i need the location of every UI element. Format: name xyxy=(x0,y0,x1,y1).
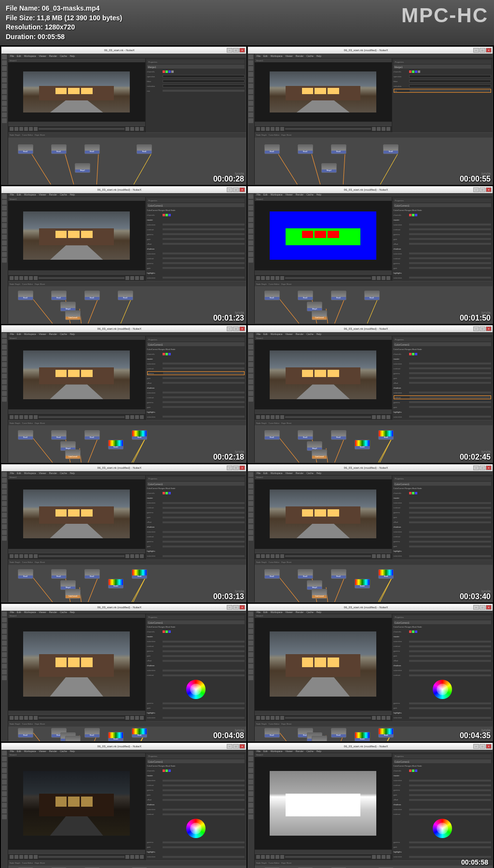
node[interactable]: Read1 xyxy=(298,144,313,154)
tool-icon[interactable] xyxy=(248,501,253,506)
property-row[interactable]: gamma xyxy=(394,511,492,515)
tool-icon[interactable] xyxy=(248,240,253,245)
property-slider[interactable] xyxy=(163,396,245,398)
timeline[interactable] xyxy=(8,714,145,721)
property-field[interactable] xyxy=(163,75,245,78)
panel-tab[interactable]: Dope Sheet xyxy=(35,422,45,424)
menu-item[interactable]: Viewer xyxy=(286,55,293,57)
tool-icon[interactable] xyxy=(248,495,253,500)
node[interactable]: Read1 xyxy=(383,144,398,154)
panel-tab[interactable]: Dope Sheet xyxy=(35,283,45,285)
playback-button[interactable] xyxy=(140,276,144,280)
tool-icon[interactable] xyxy=(248,374,253,378)
property-row[interactable]: contrast xyxy=(147,784,245,787)
property-slider[interactable] xyxy=(163,780,245,782)
property-slider[interactable] xyxy=(163,257,245,259)
panel-tabs[interactable]: Node GraphCurve EditorDope Sheet xyxy=(8,133,246,138)
property-row[interactable]: saturation xyxy=(394,554,492,558)
menubar[interactable]: FileEditWorkspaceViewerRenderCacheHelp xyxy=(8,193,246,197)
minimize-button[interactable]: – xyxy=(473,744,479,749)
node[interactable]: ColorCorrect1 xyxy=(65,449,81,459)
menu-item[interactable]: Viewer xyxy=(286,750,293,753)
tool-icon[interactable] xyxy=(2,791,7,796)
color-wheel[interactable] xyxy=(186,680,206,699)
tool-icon[interactable] xyxy=(2,635,7,640)
property-slider[interactable] xyxy=(409,377,492,379)
node-graph[interactable]: Read1 Read1 Read1 Read1 Merge1 Grade1 Co… xyxy=(8,425,246,462)
tool-icon[interactable] xyxy=(2,345,7,350)
property-row[interactable]: saturation xyxy=(147,501,245,505)
tool-icon[interactable] xyxy=(248,513,253,518)
property-row[interactable]: gain xyxy=(394,793,492,797)
playback-button[interactable] xyxy=(29,855,33,859)
panel-tab[interactable]: Dope Sheet xyxy=(35,862,45,864)
property-slider[interactable] xyxy=(163,546,245,547)
menu-item[interactable]: Render xyxy=(296,333,303,336)
property-row[interactable]: mix xyxy=(147,89,245,93)
property-slider[interactable] xyxy=(409,856,492,858)
node[interactable]: Read1 xyxy=(132,569,147,579)
menu-item[interactable]: Cache xyxy=(306,333,313,336)
color-wheel[interactable] xyxy=(433,680,452,699)
window-titlebar[interactable]: 06_03_start.nk (modified) - NukeX – □ × xyxy=(1,743,246,750)
property-row[interactable]: saturation xyxy=(394,808,492,812)
maximize-button[interactable]: □ xyxy=(480,48,485,53)
window-titlebar[interactable]: 06_03_start.nk - NukeX – □ × xyxy=(1,47,246,54)
property-row[interactable]: saturation xyxy=(147,779,245,783)
maximize-button[interactable]: □ xyxy=(480,187,485,192)
property-row[interactable]: gamma xyxy=(394,701,492,705)
playback-button[interactable] xyxy=(130,415,134,419)
viewport[interactable] xyxy=(255,62,392,121)
playback-button[interactable] xyxy=(377,276,381,280)
node[interactable]: Read1 xyxy=(18,144,33,154)
property-row[interactable]: contrast xyxy=(147,227,245,231)
tool-icon[interactable] xyxy=(248,211,253,216)
props-tabs[interactable]: ColorCorrect Ranges Mask Node xyxy=(394,764,492,768)
thumbnail[interactable]: 06_03_start.nk (modified) - NukeX – □ × … xyxy=(247,742,493,868)
tool-icon[interactable] xyxy=(248,756,253,761)
node[interactable]: Merge1 xyxy=(75,163,90,173)
property-slider[interactable] xyxy=(163,406,245,408)
thumbnail[interactable]: 06_03_start.nk (modified) - NukeX – □ × … xyxy=(247,603,493,742)
property-row[interactable]: mix xyxy=(394,89,492,93)
playback-button[interactable] xyxy=(382,127,385,131)
playback-button[interactable] xyxy=(19,716,23,720)
panel-tab[interactable]: Curve Editor xyxy=(269,723,279,725)
property-row[interactable]: gamma xyxy=(147,511,245,515)
panel-tab[interactable]: Curve Editor xyxy=(22,561,33,563)
tool-icon[interactable] xyxy=(2,751,7,756)
timeline[interactable] xyxy=(255,413,392,420)
tool-icon[interactable] xyxy=(2,501,7,506)
property-row[interactable]: bbox xyxy=(394,79,492,83)
playback-button[interactable] xyxy=(256,855,260,859)
playback-button[interactable] xyxy=(386,415,390,419)
property-slider[interactable] xyxy=(409,660,492,662)
tool-icon[interactable] xyxy=(2,797,7,802)
tool-icon[interactable] xyxy=(248,524,253,529)
viewer-tab[interactable]: Viewer1 xyxy=(8,336,145,340)
property-slider[interactable] xyxy=(409,645,492,647)
timeline-track[interactable] xyxy=(39,416,124,418)
property-slider[interactable] xyxy=(409,363,492,364)
timeline[interactable] xyxy=(8,126,145,132)
property-row[interactable]: gain xyxy=(147,654,245,658)
window-titlebar[interactable]: 06_03_start.nk (modified) - NukeX – □ × xyxy=(1,604,246,611)
node[interactable]: Read1 xyxy=(132,430,147,440)
maximize-button[interactable]: □ xyxy=(233,744,239,749)
tool-icon[interactable] xyxy=(2,397,7,402)
menubar[interactable]: FileEditWorkspaceViewerRenderCacheHelp xyxy=(8,332,246,336)
menu-item[interactable]: Render xyxy=(296,193,303,196)
property-slider[interactable] xyxy=(409,717,492,719)
playback-button[interactable] xyxy=(29,554,33,558)
tool-icon[interactable] xyxy=(2,235,7,239)
property-row[interactable]: gamma xyxy=(147,540,245,544)
panel-tabs[interactable]: Node GraphCurve EditorDope Sheet xyxy=(8,281,246,286)
property-slider[interactable] xyxy=(163,717,245,719)
property-row[interactable]: gamma xyxy=(394,232,492,236)
tool-icon[interactable] xyxy=(2,362,7,367)
playback-button[interactable] xyxy=(280,716,284,720)
props-tabs[interactable]: ColorCorrect Ranges Mask Node xyxy=(394,347,492,351)
minimize-button[interactable]: – xyxy=(227,187,233,192)
menu-item[interactable]: File xyxy=(257,611,261,614)
menu-item[interactable]: Help xyxy=(70,750,75,753)
